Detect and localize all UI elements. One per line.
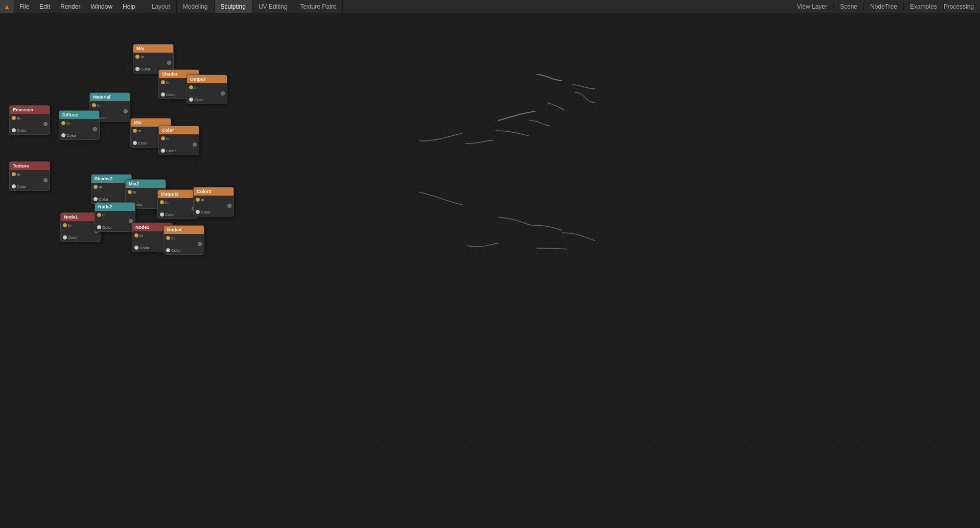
node-row-1: In	[94, 184, 129, 190]
socket-in	[61, 121, 65, 125]
socket-in2	[134, 246, 138, 250]
socket-label2: Color	[141, 67, 150, 71]
node-card-n9[interactable]: Texture In Color	[9, 161, 50, 191]
node-header-n12: Output2	[158, 190, 198, 198]
socket-label: In	[17, 116, 20, 121]
node-card-n13[interactable]: Color2 In Color	[193, 187, 234, 217]
node-card-n17[interactable]: Node4 In Color	[164, 225, 204, 255]
node-row-3: Color	[160, 211, 196, 218]
socket-out	[193, 142, 197, 147]
node-row-2	[97, 218, 133, 224]
socket-label: In	[194, 85, 198, 90]
node-card-n6[interactable]: Emission In Color	[9, 105, 50, 135]
node-card-n5[interactable]: Diffuse In Color	[59, 110, 100, 140]
node-card-n8[interactable]: Color In Color	[158, 126, 199, 155]
socket-in	[94, 185, 98, 189]
node-body-n12: In Color	[158, 198, 198, 219]
socket-label2: Color	[102, 225, 112, 230]
socket-label2: Color	[201, 210, 211, 214]
node-row-1: In	[12, 115, 48, 121]
tab-scene[interactable]: Scene	[834, 3, 864, 10]
socket-label2: Color	[139, 246, 149, 250]
node-row-3: Color	[97, 224, 133, 230]
socket-out	[124, 109, 128, 113]
node-row-2	[161, 141, 197, 148]
menu-window[interactable]: Window	[85, 0, 118, 13]
node-body-n9: In Color	[10, 170, 50, 190]
socket-in2	[196, 210, 200, 214]
node-canvas[interactable]: Mix In Color Shader In	[0, 13, 980, 528]
node-row-1: In	[166, 235, 202, 241]
workspace-tabs: Layout Modeling Sculpting UV Editing Tex…	[146, 0, 980, 13]
socket-in	[134, 233, 138, 237]
node-row-2	[160, 205, 196, 211]
socket-label: In	[97, 103, 101, 108]
node-body-n15: In Color	[95, 211, 135, 231]
node-row-1: In	[189, 84, 225, 90]
socket-label2: Color	[99, 197, 108, 202]
socket-out	[227, 204, 231, 208]
socket-label: In	[138, 129, 142, 133]
node-header-n1: Mix	[133, 44, 173, 53]
node-row-2	[63, 228, 99, 234]
node-card-n3[interactable]: Output In Color	[186, 75, 227, 104]
node-row-2	[94, 190, 129, 196]
node-header-n15: Node2	[95, 203, 135, 211]
socket-label: In	[166, 80, 170, 85]
node-card-n15[interactable]: Node2 In Color	[95, 202, 135, 232]
node-header-n5: Diffuse	[59, 111, 99, 119]
socket-in	[161, 136, 165, 140]
node-connections-svg	[0, 13, 980, 528]
node-body-n5: In Color	[59, 119, 99, 139]
socket-label2: Color	[138, 141, 148, 146]
tab-layout[interactable]: Layout	[146, 0, 177, 13]
node-row-1: In	[92, 102, 128, 108]
node-card-n12[interactable]: Output2 In Color	[157, 189, 198, 219]
node-row-3: Color	[63, 234, 99, 241]
node-header-n11: Mix2	[126, 180, 166, 188]
socket-label2: Color	[166, 92, 176, 97]
socket-label2: Color	[171, 248, 181, 253]
node-row-2	[12, 121, 48, 127]
socket-label: In	[68, 223, 72, 228]
node-body-n3: In Color	[187, 83, 227, 104]
socket-label: In	[201, 198, 204, 202]
socket-in	[97, 213, 101, 217]
processing-label: Processing	[944, 3, 980, 10]
node-header-n13: Color2	[194, 187, 234, 196]
socket-label2: Color	[66, 133, 76, 138]
node-row-2	[189, 90, 225, 97]
tab-texture-paint[interactable]: Texture Paint	[294, 0, 343, 13]
menu-file[interactable]: File	[14, 0, 34, 13]
socket-out	[93, 127, 97, 131]
socket-in	[63, 223, 67, 227]
socket-in	[166, 236, 170, 240]
socket-in	[92, 103, 96, 107]
socket-in2	[135, 67, 139, 71]
tab-view-layer[interactable]: View Layer	[791, 3, 834, 10]
node-header-n8: Color	[159, 126, 199, 134]
menu-render[interactable]: Render	[55, 0, 85, 13]
socket-label: In	[102, 213, 106, 218]
tab-node-tree[interactable]: NodeTree	[864, 3, 904, 10]
socket-in2	[94, 197, 98, 201]
socket-out	[43, 122, 48, 126]
node-row-3: Color	[12, 183, 48, 189]
socket-label: In	[99, 185, 102, 189]
socket-in2	[12, 184, 16, 188]
tab-uv-editing[interactable]: UV Editing	[252, 0, 294, 13]
node-row-3: Color	[61, 132, 97, 138]
node-header-n3: Output	[187, 75, 227, 83]
tab-modeling[interactable]: Modeling	[177, 0, 215, 13]
socket-out	[221, 91, 225, 95]
tab-examples[interactable]: Examples	[904, 3, 944, 10]
menu-edit[interactable]: Edit	[34, 0, 55, 13]
node-body-n17: In Color	[164, 234, 204, 254]
node-row-3: Color	[166, 247, 202, 253]
socket-in	[12, 172, 16, 176]
node-header-n17: Node4	[164, 226, 204, 234]
node-editor-panel: ☰ View Select Add Node ⚙ ✕	[404, 13, 980, 528]
socket-label: In	[141, 55, 144, 59]
menu-help[interactable]: Help	[118, 0, 141, 13]
tab-sculpting[interactable]: Sculpting	[215, 0, 252, 13]
